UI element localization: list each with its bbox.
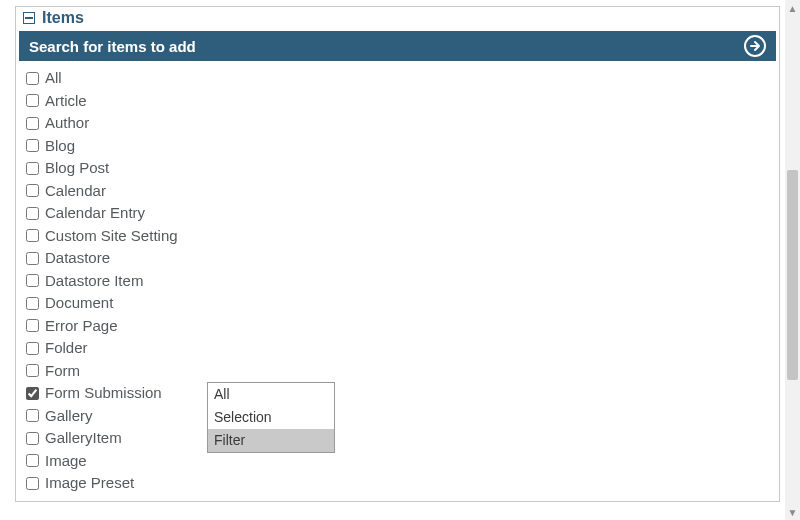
panel-title: Items (42, 9, 84, 27)
item-label: Gallery (45, 405, 93, 428)
item-checkbox[interactable] (26, 432, 39, 445)
item-row: Form SubmissionAllSelectionFilter (26, 382, 775, 405)
panel-header: Items (16, 7, 779, 31)
item-label: GalleryItem (45, 427, 122, 450)
scroll-down-icon[interactable]: ▼ (785, 504, 800, 520)
item-row: Article (26, 90, 775, 113)
item-checkbox[interactable] (26, 184, 39, 197)
search-bar[interactable]: Search for items to add (19, 31, 776, 61)
item-row: Calendar (26, 180, 775, 203)
minus-icon (23, 12, 35, 24)
item-label: All (45, 67, 62, 90)
scroll-up-icon[interactable]: ▲ (785, 0, 800, 16)
item-checkbox[interactable] (26, 387, 39, 400)
item-label: Blog Post (45, 157, 109, 180)
item-label: Datastore (45, 247, 110, 270)
item-label: Calendar (45, 180, 106, 203)
item-checkbox[interactable] (26, 162, 39, 175)
item-checkbox[interactable] (26, 477, 39, 490)
search-go-button[interactable] (744, 35, 766, 57)
item-label: Calendar Entry (45, 202, 145, 225)
item-label: Error Page (45, 315, 118, 338)
item-row: Form (26, 360, 775, 383)
item-row: Folder (26, 337, 775, 360)
item-label: Datastore Item (45, 270, 143, 293)
item-label: Form (45, 360, 80, 383)
item-row: Custom Site Setting (26, 225, 775, 248)
context-menu-item[interactable]: Selection (208, 406, 334, 429)
item-checkbox[interactable] (26, 117, 39, 130)
item-row: Datastore (26, 247, 775, 270)
item-row: Gallery (26, 405, 775, 428)
item-checkbox[interactable] (26, 319, 39, 332)
item-checkbox[interactable] (26, 94, 39, 107)
item-checkbox[interactable] (26, 252, 39, 265)
item-row: Datastore Item (26, 270, 775, 293)
item-label: Custom Site Setting (45, 225, 178, 248)
item-checkbox[interactable] (26, 229, 39, 242)
svg-rect-1 (25, 17, 33, 19)
item-row: Image (26, 450, 775, 473)
item-row: Blog Post (26, 157, 775, 180)
item-label: Article (45, 90, 87, 113)
item-row: Error Page (26, 315, 775, 338)
item-checkbox[interactable] (26, 207, 39, 220)
item-checkbox[interactable] (26, 342, 39, 355)
item-row: Document (26, 292, 775, 315)
item-row: GalleryItem (26, 427, 775, 450)
context-menu-item[interactable]: All (208, 383, 334, 406)
item-label: Folder (45, 337, 88, 360)
item-checkbox[interactable] (26, 364, 39, 377)
item-row: Blog (26, 135, 775, 158)
item-label: Form Submission (45, 382, 162, 405)
item-label: Image (45, 450, 87, 473)
item-label: Image Preset (45, 472, 134, 495)
item-row: Calendar Entry (26, 202, 775, 225)
context-menu[interactable]: AllSelectionFilter (207, 382, 335, 453)
item-row: Author (26, 112, 775, 135)
item-label: Blog (45, 135, 75, 158)
item-row: Image Preset (26, 472, 775, 495)
viewport: Items Search for items to add AllArticle… (0, 0, 800, 520)
page-scrollbar[interactable]: ▲ ▼ (785, 0, 800, 520)
item-label: Author (45, 112, 89, 135)
item-row: All (26, 67, 775, 90)
item-checkbox[interactable] (26, 139, 39, 152)
context-menu-item[interactable]: Filter (208, 429, 334, 452)
item-checkbox[interactable] (26, 454, 39, 467)
item-checkbox[interactable] (26, 274, 39, 287)
item-checkbox[interactable] (26, 409, 39, 422)
search-placeholder: Search for items to add (29, 38, 744, 55)
items-list: AllArticleAuthorBlogBlog PostCalendarCal… (16, 61, 779, 501)
item-checkbox[interactable] (26, 297, 39, 310)
scroll-thumb[interactable] (787, 170, 798, 380)
items-panel: Items Search for items to add AllArticle… (15, 6, 780, 502)
item-checkbox[interactable] (26, 72, 39, 85)
collapse-button[interactable] (22, 11, 36, 25)
item-label: Document (45, 292, 113, 315)
arrow-right-circle-icon (744, 35, 766, 57)
